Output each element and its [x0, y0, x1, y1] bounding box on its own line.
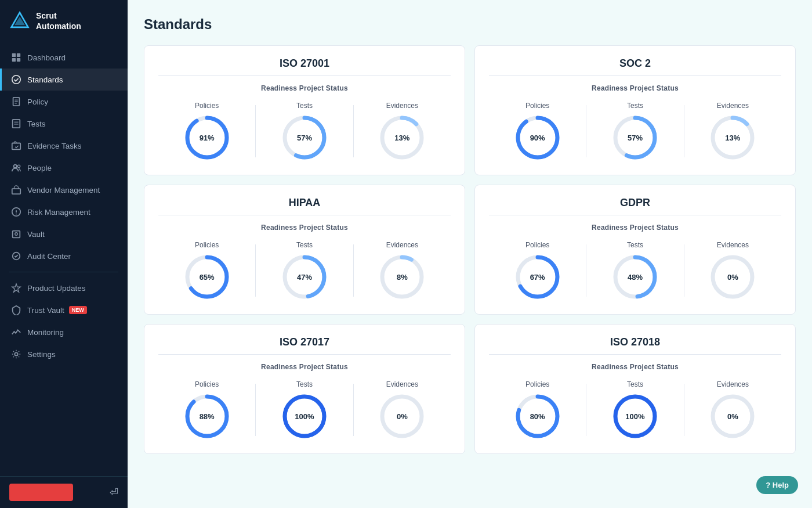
metric-label: Evidences [717, 241, 749, 249]
standard-card-iso27018[interactable]: ISO 27018 Readiness Project Status Polic… [474, 324, 796, 454]
metric-item-policies: Policies 80% [489, 380, 586, 439]
policy-icon [11, 96, 21, 107]
sidebar-item-label: Evidence Tasks [27, 142, 82, 150]
svg-rect-20 [13, 231, 20, 238]
metrics-row: Policies 80% Tests 100% Ev [489, 380, 781, 439]
metric-label: Policies [195, 241, 219, 249]
metric-label: Tests [296, 241, 313, 249]
trust-vault-label-group: Trust Vault NEW [27, 306, 87, 315]
readiness-label: Readiness Project Status [158, 363, 451, 371]
metric-label: Evidences [717, 380, 749, 388]
metric-item-evidences: Evidences 0% [354, 380, 451, 439]
standard-card-iso27017[interactable]: ISO 27017 Readiness Project Status Polic… [144, 324, 465, 454]
metrics-row: Policies 65% Tests 47% Evi [158, 241, 451, 300]
sidebar-item-label: Tests [27, 120, 46, 128]
main-content: Standards ISO 27001 Readiness Project St… [128, 0, 812, 508]
sidebar-item-label: Trust Vault [27, 306, 64, 315]
metric-item-evidences: Evidences 0% [684, 380, 781, 439]
metric-label: Tests [296, 102, 313, 110]
metric-label: Tests [627, 241, 643, 249]
sidebar-item-label: Policy [27, 98, 48, 106]
metric-label: Policies [525, 241, 549, 249]
standard-card-hipaa[interactable]: HIPAA Readiness Project Status Policies … [144, 185, 465, 315]
metric-item-tests: Tests 57% [586, 102, 683, 161]
metric-item-tests: Tests 48% [586, 241, 683, 300]
sidebar-item-tests[interactable]: Tests [0, 113, 128, 135]
tests-icon [11, 118, 21, 129]
metric-label: Evidences [386, 102, 418, 110]
updates-icon [11, 283, 21, 293]
metric-item-tests: Tests 57% [256, 102, 353, 161]
logout-button[interactable] [9, 484, 73, 501]
metric-item-tests: Tests 100% [256, 380, 353, 439]
audit-icon [11, 251, 21, 261]
metric-label: Tests [296, 380, 313, 388]
sidebar-item-risk-management[interactable]: Risk Management [0, 201, 128, 223]
standard-card-soc2[interactable]: SOC 2 Readiness Project Status Policies … [474, 45, 796, 175]
logo-text: Scrut Automation [36, 10, 81, 31]
nav: Dashboard Standards Policy Tests Evidenc… [0, 42, 128, 476]
sidebar-item-label: Settings [27, 350, 56, 359]
monitoring-icon [11, 327, 21, 337]
standard-name: ISO 27001 [158, 57, 451, 70]
standard-name: GDPR [489, 197, 781, 209]
help-button[interactable]: ? Help [756, 476, 798, 494]
risk-icon [11, 207, 21, 217]
sidebar: Scrut Automation Dashboard Standards Pol… [0, 0, 128, 508]
sidebar-item-monitoring[interactable]: Monitoring [0, 321, 128, 343]
sidebar-item-dashboard[interactable]: Dashboard [0, 46, 128, 69]
card-divider [158, 75, 451, 76]
metric-label: Policies [525, 380, 549, 388]
standard-card-gdpr[interactable]: GDPR Readiness Project Status Policies 6… [474, 185, 796, 315]
metric-item-policies: Policies 67% [489, 241, 586, 300]
svg-point-19 [16, 214, 17, 215]
nav-divider [9, 272, 118, 272]
sidebar-item-standards[interactable]: Standards [0, 69, 128, 91]
standard-name: ISO 27018 [489, 336, 781, 348]
metrics-row: Policies 90% Tests 57% Evi [489, 102, 781, 161]
svg-point-6 [12, 75, 20, 84]
metric-item-evidences: Evidences 8% [354, 241, 451, 300]
metric-item-evidences: Evidences 13% [684, 102, 781, 161]
standard-card-iso27001[interactable]: ISO 27001 Readiness Project Status Polic… [144, 45, 465, 175]
card-divider [489, 215, 781, 215]
sidebar-item-audit-center[interactable]: Audit Center [0, 245, 128, 267]
metric-label: Policies [195, 380, 219, 388]
dashboard-icon [11, 52, 21, 63]
standards-grid: ISO 27001 Readiness Project Status Polic… [144, 45, 796, 454]
sidebar-item-vendor-management[interactable]: Vendor Management [0, 179, 128, 201]
sidebar-item-settings[interactable]: Settings [0, 343, 128, 365]
svg-point-15 [14, 165, 17, 168]
sidebar-item-policy[interactable]: Policy [0, 91, 128, 113]
metric-label: Policies [195, 102, 219, 110]
readiness-label: Readiness Project Status [158, 84, 451, 92]
sidebar-item-label: People [27, 164, 52, 172]
vault-icon [11, 229, 21, 239]
svg-rect-5 [17, 58, 20, 62]
metric-item-evidences: Evidences 0% [684, 241, 781, 300]
svg-rect-17 [12, 189, 20, 194]
metric-item-policies: Policies 88% [158, 380, 255, 439]
sidebar-item-trust-vault[interactable]: Trust Vault NEW [0, 299, 128, 321]
sidebar-item-label: Risk Management [27, 208, 90, 217]
svg-rect-14 [12, 143, 20, 150]
sidebar-item-people[interactable]: People [0, 157, 128, 179]
logo-icon [9, 10, 30, 31]
sidebar-item-label: Dashboard [27, 53, 66, 62]
metric-label: Tests [627, 102, 643, 110]
card-divider [489, 354, 781, 355]
standards-icon [11, 74, 21, 85]
logout-icon[interactable]: ⏎ [110, 486, 118, 499]
svg-point-16 [17, 165, 20, 168]
sidebar-item-product-updates[interactable]: Product Updates [0, 277, 128, 299]
sidebar-item-evidence-tasks[interactable]: Evidence Tasks [0, 135, 128, 157]
readiness-label: Readiness Project Status [489, 363, 781, 371]
readiness-label: Readiness Project Status [489, 224, 781, 232]
trust-icon [11, 305, 21, 315]
svg-rect-11 [13, 120, 20, 128]
sidebar-item-vault[interactable]: Vault [0, 223, 128, 245]
metric-item-tests: Tests 47% [256, 241, 353, 300]
standard-name: HIPAA [158, 197, 451, 209]
vendor-icon [11, 185, 21, 195]
metric-label: Evidences [717, 102, 749, 110]
